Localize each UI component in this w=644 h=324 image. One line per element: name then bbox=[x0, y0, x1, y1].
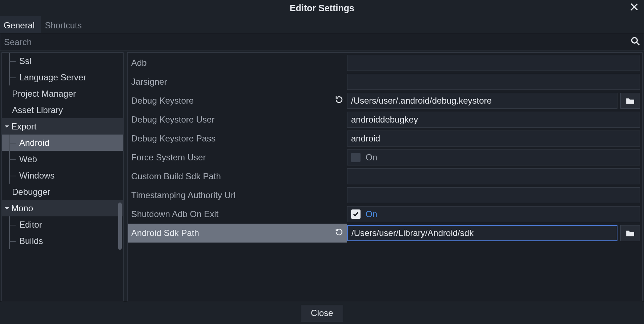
sidebar-item-android[interactable]: Android bbox=[2, 135, 123, 151]
sidebar-item-asset-library[interactable]: Asset Library bbox=[2, 102, 123, 118]
close-icon[interactable] bbox=[629, 2, 639, 14]
browse-button[interactable] bbox=[620, 93, 640, 109]
sidebar-item-language-server[interactable]: Language Server bbox=[2, 69, 123, 85]
input-debug-keystore-user[interactable] bbox=[347, 112, 640, 128]
label-debug-keystore-user: Debug Keystore User bbox=[128, 110, 347, 129]
checkbox-icon bbox=[351, 153, 361, 162]
input-timestamping-authority-url[interactable] bbox=[347, 187, 640, 203]
label-android-sdk-path: Android Sdk Path bbox=[128, 224, 347, 243]
sidebar-item-editor[interactable]: Editor bbox=[2, 216, 123, 233]
tab-shortcuts[interactable]: Shortcuts bbox=[41, 16, 88, 33]
label-custom-build-sdk-path: Custom Build Sdk Path bbox=[128, 167, 347, 186]
sidebar-item-debugger[interactable]: Debugger bbox=[2, 184, 123, 200]
tab-general[interactable]: General bbox=[0, 16, 41, 33]
search-icon[interactable] bbox=[631, 36, 640, 48]
input-debug-keystore[interactable] bbox=[347, 93, 617, 109]
label-jarsigner: Jarsigner bbox=[128, 72, 347, 91]
sidebar-item-export[interactable]: Export bbox=[2, 118, 123, 135]
revert-icon[interactable] bbox=[335, 228, 343, 239]
scrollbar-thumb[interactable] bbox=[118, 203, 122, 250]
chevron-down-icon bbox=[4, 121, 10, 132]
input-debug-keystore-pass[interactable] bbox=[347, 131, 640, 147]
label-force-system-user: Force System User bbox=[128, 148, 347, 167]
browse-button[interactable] bbox=[620, 225, 640, 241]
checkbox-force-system-user[interactable]: On bbox=[347, 149, 640, 165]
label-timestamping-authority-url: Timestamping Authority Url bbox=[128, 186, 347, 205]
chevron-down-icon bbox=[4, 203, 10, 213]
label-debug-keystore: Debug Keystore bbox=[128, 91, 347, 110]
sidebar-item-windows[interactable]: Windows bbox=[2, 167, 123, 184]
dialog-title: Editor Settings bbox=[290, 3, 354, 13]
label-shutdown-adb-on-exit: Shutdown Adb On Exit bbox=[128, 205, 347, 224]
input-custom-build-sdk-path[interactable] bbox=[347, 168, 640, 184]
revert-icon[interactable] bbox=[335, 95, 343, 106]
input-adb[interactable] bbox=[347, 55, 640, 71]
settings-tree: Ssl Language Server Project Manager Asse… bbox=[1, 52, 124, 301]
svg-point-2 bbox=[632, 37, 637, 43]
input-jarsigner[interactable] bbox=[347, 74, 640, 90]
close-button[interactable]: Close bbox=[301, 305, 343, 321]
checkbox-shutdown-adb-on-exit[interactable]: On bbox=[347, 206, 640, 222]
sidebar-item-ssl[interactable]: Ssl bbox=[2, 53, 123, 69]
sidebar-item-web[interactable]: Web bbox=[2, 151, 123, 167]
sidebar-item-project-manager[interactable]: Project Manager bbox=[2, 85, 123, 102]
svg-line-3 bbox=[636, 42, 639, 45]
input-android-sdk-path[interactable] bbox=[347, 225, 617, 241]
label-debug-keystore-pass: Debug Keystore Pass bbox=[128, 129, 347, 148]
search-input[interactable] bbox=[4, 37, 631, 47]
sidebar-item-mono[interactable]: Mono bbox=[2, 200, 123, 216]
settings-panel: Adb Jarsigner Debug Keystore Debug Key bbox=[127, 52, 643, 301]
sidebar-item-builds[interactable]: Builds bbox=[2, 233, 123, 249]
checkbox-icon bbox=[351, 209, 361, 219]
label-adb: Adb bbox=[128, 53, 347, 72]
